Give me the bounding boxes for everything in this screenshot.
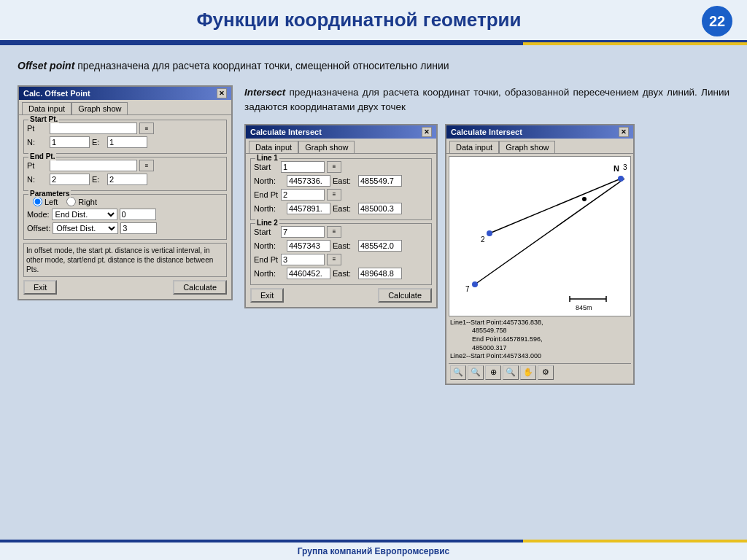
line2-group: Line 2 Start ≡ North: East:: [250, 223, 432, 285]
endpt2-label: End Pt: [254, 255, 279, 264]
left-label: Left: [44, 198, 58, 206]
left-radio[interactable]: Left: [33, 197, 58, 206]
pt-select-icon[interactable]: ≡: [139, 122, 154, 134]
intersect-graph-tab-data-input[interactable]: Data input: [449, 141, 499, 153]
east4-label: East:: [333, 269, 356, 278]
offset-calculate-button[interactable]: Calculate: [173, 280, 227, 295]
offset-row: Offset: Offset Dist.: [27, 222, 223, 234]
intersect-graph-body: N 3: [446, 154, 633, 384]
pan-button[interactable]: ✋: [520, 365, 536, 380]
footer: Группа компаний Европромсервис: [0, 540, 747, 560]
offset-select[interactable]: Offset Dist.: [53, 222, 118, 234]
offset-tab-data-input[interactable]: Data input: [22, 102, 71, 114]
graph-info-line4: 485000.317: [450, 344, 630, 353]
offset-dialog: Calc. Offset Point ✕ Data input Graph sh…: [18, 85, 233, 300]
offset-tab-graph-show[interactable]: Graph show: [71, 102, 128, 114]
endpt1-select-icon[interactable]: ≡: [327, 189, 341, 201]
intersect-bold: Intersect: [244, 87, 285, 98]
graph-toolbar: 🔍 🔍 ⊕ 🔍 ✋ ⚙: [449, 363, 631, 381]
north4-input[interactable]: [287, 268, 330, 279]
intersect-exit-button[interactable]: Exit: [250, 288, 284, 303]
header: Функции координатной геометрии 22: [0, 0, 747, 42]
north4-label: North:: [254, 269, 285, 278]
east1-input[interactable]: [358, 175, 402, 187]
north2-label: North:: [254, 204, 285, 213]
n2-input[interactable]: [50, 174, 90, 185]
params-group: Parameters Left Right Mode:: [23, 194, 227, 240]
end-ne-row: N: E:: [27, 174, 223, 185]
start2-label: Start: [254, 228, 279, 236]
right-radio-input[interactable]: [66, 197, 76, 206]
line2-north2-row: North: East:: [254, 268, 428, 279]
right-radio[interactable]: Right: [66, 197, 97, 206]
intersect-graph-tab-graph-show[interactable]: Graph show: [499, 141, 555, 153]
line1-endpt-row: End Pt ≡: [254, 189, 428, 201]
start-pt-group: Start Pt. Pt ≡ N: E:: [23, 120, 227, 154]
graph-info-line3: End Point:4457891.596,: [450, 335, 630, 344]
offset-value-input[interactable]: [120, 222, 157, 234]
line2-label: Line 2: [255, 219, 279, 227]
content-area: Offset point предназначена для расчета к…: [0, 45, 747, 391]
intersect-graph-close-button[interactable]: ✕: [619, 127, 629, 137]
intersect-tabs: Data input Graph show: [246, 139, 436, 154]
mode-label: Mode:: [27, 210, 50, 219]
east2-label: East:: [333, 204, 356, 213]
east4-input[interactable]: [358, 268, 402, 279]
e2-label: E:: [92, 175, 105, 184]
start2-select-icon[interactable]: ≡: [327, 226, 341, 238]
fit-button[interactable]: ⊕: [485, 365, 501, 380]
offset-exit-button[interactable]: Exit: [23, 280, 57, 295]
intersect-tab-data-input[interactable]: Data input: [249, 141, 298, 153]
mode-value-input[interactable]: [120, 209, 156, 220]
east3-input[interactable]: [358, 240, 402, 252]
intersect-close-button[interactable]: ✕: [422, 127, 432, 137]
e2-input[interactable]: [107, 174, 147, 185]
svg-point-6: [487, 230, 492, 236]
n-label: N:: [27, 138, 47, 147]
north1-label: North:: [254, 176, 285, 185]
north2-input[interactable]: [287, 203, 330, 214]
graph-area: N 3: [449, 156, 631, 316]
offset-btn-row: Exit Calculate: [23, 280, 227, 295]
line2-north-row: North: East:: [254, 240, 428, 252]
n2-label: N:: [27, 175, 47, 184]
start1-input[interactable]: [281, 161, 325, 173]
start-pt-row: Pt ≡: [27, 122, 223, 134]
offset-close-button[interactable]: ✕: [217, 88, 227, 98]
mode-select[interactable]: End Dist.: [52, 209, 117, 220]
offset-body: Start Pt. Pt ≡ N: E: End Pt.: [19, 115, 231, 299]
intersect-tab-graph-show[interactable]: Graph show: [298, 141, 355, 153]
north1-input[interactable]: [287, 175, 330, 187]
svg-text:845m: 845m: [576, 304, 592, 311]
zoom-in-button[interactable]: 🔍: [468, 365, 484, 380]
north3-input[interactable]: [287, 240, 330, 252]
endpt2-input[interactable]: [281, 254, 325, 265]
main-layout: Calc. Offset Point ✕ Data input Graph sh…: [18, 85, 729, 385]
intro-text: Offset point предназначена для расчета к…: [18, 58, 729, 74]
start2-input[interactable]: [281, 226, 325, 238]
pt2-input[interactable]: [50, 160, 137, 171]
svg-text:7: 7: [465, 285, 470, 293]
left-radio-input[interactable]: [33, 197, 42, 206]
endpt1-input[interactable]: [281, 189, 325, 201]
graph-info-line5: Line2--Start Point:4457343.000: [450, 352, 630, 361]
svg-rect-0: [449, 157, 631, 316]
intro-bold: Offset point: [18, 60, 74, 71]
settings-button[interactable]: ⚙: [538, 365, 554, 380]
endpt2-select-icon[interactable]: ≡: [327, 254, 341, 265]
zoom-window-button[interactable]: 🔍: [503, 365, 519, 380]
intersect-calculate-button[interactable]: Calculate: [378, 288, 432, 303]
pt-input[interactable]: [50, 122, 137, 134]
zoom-out-button[interactable]: 🔍: [450, 365, 466, 380]
start1-select-icon[interactable]: ≡: [327, 161, 341, 173]
intersect-intro-text: Intersect предназначена для расчета коор…: [244, 85, 729, 115]
n-input[interactable]: [50, 136, 90, 148]
line1-label: Line 1: [255, 154, 279, 162]
graph-info-text: Line1--Start Point:4457336.838, 485549.7…: [449, 316, 631, 363]
east2-input[interactable]: [358, 203, 402, 214]
intersect-graph-tabs: Data input Graph show: [446, 139, 633, 154]
svg-point-5: [582, 197, 587, 201]
pt2-select-icon[interactable]: ≡: [139, 160, 154, 171]
e-input[interactable]: [107, 136, 147, 148]
graph-info-line1: Line1--Start Point:4457336.838,: [450, 319, 630, 327]
